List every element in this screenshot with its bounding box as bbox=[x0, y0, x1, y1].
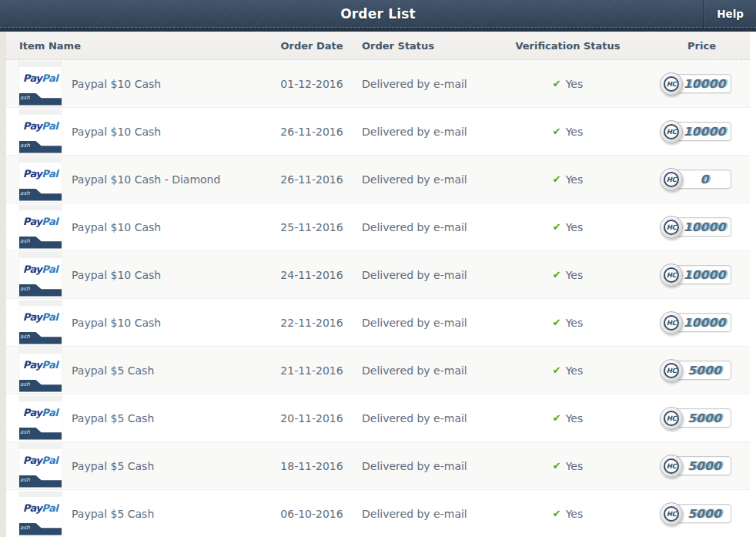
thumbnail-top-band bbox=[19, 444, 62, 449]
item-name: Paypal $10 Cash bbox=[72, 317, 161, 329]
page-title: Order List bbox=[0, 0, 756, 28]
verification-status: ✔ Yes bbox=[493, 412, 643, 425]
hc-coin-icon: HC bbox=[660, 311, 683, 334]
order-date: 22-11-2016 bbox=[269, 317, 354, 329]
verification-status: ✔ Yes bbox=[493, 364, 643, 377]
table-row[interactable]: PayPal ash Paypal $5 Cash 20-11-2016 Del… bbox=[6, 394, 750, 442]
checkmark-icon: ✔ bbox=[553, 365, 561, 375]
thumbnail-top-band bbox=[19, 62, 62, 67]
verification-label: Yes bbox=[566, 364, 584, 377]
item-name: Paypal $5 Cash bbox=[72, 508, 154, 520]
order-list-page: Order List Help Item Name Order Date Ord… bbox=[0, 0, 756, 537]
checkmark-icon: ✔ bbox=[553, 79, 561, 89]
price-value: 5000 bbox=[687, 411, 721, 425]
thumbnail-ribbon: ash bbox=[19, 141, 62, 153]
checkmark-icon: ✔ bbox=[553, 461, 561, 471]
verification-label: Yes bbox=[566, 317, 584, 329]
paypal-thumbnail-image: PayPal ash bbox=[19, 348, 62, 393]
thumbnail-top-band bbox=[19, 253, 62, 258]
order-date: 26-11-2016 bbox=[269, 173, 354, 186]
verification-status: ✔ Yes bbox=[493, 460, 643, 472]
item-cell: PayPal ash Paypal $5 Cash bbox=[6, 348, 269, 393]
item-cell: PayPal ash Paypal $5 Cash bbox=[6, 444, 269, 488]
table-row[interactable]: PayPal ash Paypal $10 Cash 22-11-2016 De… bbox=[6, 299, 750, 347]
thumbnail-top-band bbox=[19, 109, 62, 115]
verification-status: ✔ Yes bbox=[493, 269, 643, 281]
price-value: 10000 bbox=[684, 316, 726, 330]
table-row[interactable]: PayPal ash Paypal $10 Cash 25-11-2016 De… bbox=[6, 203, 750, 251]
order-status: Delivered by e-mail bbox=[354, 317, 493, 329]
price-badge: HC 10000 bbox=[671, 217, 731, 237]
order-status: Delivered by e-mail bbox=[354, 126, 493, 138]
price-value: 10000 bbox=[684, 77, 726, 91]
checkmark-icon: ✔ bbox=[553, 222, 561, 232]
paypal-logo: PayPal bbox=[19, 216, 62, 227]
verification-label: Yes bbox=[566, 508, 584, 520]
order-date: 18-11-2016 bbox=[269, 460, 354, 472]
order-status: Delivered by e-mail bbox=[354, 508, 493, 520]
paypal-logo: PayPal bbox=[19, 72, 62, 84]
order-date: 24-11-2016 bbox=[269, 269, 354, 281]
thumbnail-ribbon: ash bbox=[19, 189, 62, 201]
item-name: Paypal $5 Cash bbox=[72, 364, 154, 377]
thumbnail-ribbon: ash bbox=[19, 380, 62, 392]
verification-label: Yes bbox=[566, 221, 584, 233]
price-cell: HC 10000 bbox=[643, 265, 750, 284]
item-cell: PayPal ash Paypal $10 Cash bbox=[6, 109, 269, 154]
table-row[interactable]: PayPal ash Paypal $10 Cash 01-12-2016 De… bbox=[6, 60, 750, 108]
verification-status: ✔ Yes bbox=[493, 508, 643, 520]
item-cell: PayPal ash Paypal $10 Cash - Diamond bbox=[6, 157, 269, 202]
verification-label: Yes bbox=[566, 460, 584, 472]
order-status: Delivered by e-mail bbox=[354, 173, 493, 186]
order-date: 21-11-2016 bbox=[269, 364, 354, 377]
order-status: Delivered by e-mail bbox=[354, 221, 493, 233]
checkmark-icon: ✔ bbox=[553, 174, 561, 184]
price-value: 5000 bbox=[687, 459, 721, 473]
thumbnail-top-band bbox=[19, 300, 62, 306]
item-name: Paypal $10 Cash bbox=[72, 126, 161, 138]
thumbnail-top-band bbox=[19, 348, 62, 354]
price-value: 5000 bbox=[687, 364, 721, 378]
price-cell: HC 5000 bbox=[643, 361, 750, 380]
hc-coin-icon: HC bbox=[660, 72, 683, 96]
table-row[interactable]: PayPal ash Paypal $5 Cash 21-11-2016 Del… bbox=[6, 347, 750, 394]
item-name: Paypal $10 Cash bbox=[72, 269, 161, 281]
paypal-thumbnail-image: PayPal ash bbox=[19, 109, 62, 154]
hc-coin-icon: HC bbox=[660, 263, 683, 287]
order-table: Item Name Order Date Order Status Verifi… bbox=[6, 32, 750, 537]
paypal-thumbnail-image: PayPal ash bbox=[19, 62, 62, 106]
table-row[interactable]: PayPal ash Paypal $5 Cash 18-11-2016 Del… bbox=[6, 442, 750, 490]
verification-status: ✔ Yes bbox=[493, 126, 643, 138]
thumbnail-ribbon: ash bbox=[19, 332, 62, 344]
verification-status: ✔ Yes bbox=[493, 221, 643, 233]
price-value: 10000 bbox=[684, 268, 726, 282]
verification-label: Yes bbox=[566, 126, 584, 138]
price-value: 0 bbox=[701, 173, 709, 186]
paypal-thumbnail-image: PayPal ash bbox=[19, 444, 62, 488]
column-header-item-name: Item Name bbox=[6, 40, 269, 52]
table-row[interactable]: PayPal ash Paypal $5 Cash 06-10-2016 Del… bbox=[6, 490, 750, 537]
table-row[interactable]: PayPal ash Paypal $10 Cash 24-11-2016 De… bbox=[6, 251, 750, 299]
thumbnail-ribbon: ash bbox=[19, 475, 62, 488]
table-row[interactable]: PayPal ash Paypal $10 Cash - Diamond 26-… bbox=[6, 156, 750, 203]
price-badge: HC 5000 bbox=[671, 504, 731, 523]
paypal-logo: PayPal bbox=[19, 407, 62, 418]
table-row[interactable]: PayPal ash Paypal $10 Cash 26-11-2016 De… bbox=[6, 108, 750, 156]
item-cell: PayPal ash Paypal $10 Cash bbox=[6, 205, 269, 250]
price-cell: HC 10000 bbox=[643, 74, 750, 93]
thumbnail-top-band bbox=[19, 492, 62, 497]
hc-coin-icon: HC bbox=[660, 455, 683, 478]
paypal-thumbnail-image: PayPal ash bbox=[19, 492, 62, 536]
verification-label: Yes bbox=[566, 78, 584, 90]
item-cell: PayPal ash Paypal $10 Cash bbox=[6, 300, 269, 345]
hc-coin-icon: HC bbox=[660, 502, 683, 525]
price-cell: HC 5000 bbox=[643, 504, 750, 523]
order-date: 01-12-2016 bbox=[269, 78, 354, 90]
page-left-margin bbox=[0, 32, 6, 537]
thumbnail-ribbon: ash bbox=[19, 523, 62, 535]
price-badge: HC 10000 bbox=[671, 313, 731, 332]
app-header: Order List Help bbox=[0, 0, 756, 32]
hc-coin-icon: HC bbox=[660, 407, 683, 430]
paypal-thumbnail-image: PayPal ash bbox=[19, 157, 62, 202]
help-button[interactable]: Help bbox=[703, 0, 756, 28]
